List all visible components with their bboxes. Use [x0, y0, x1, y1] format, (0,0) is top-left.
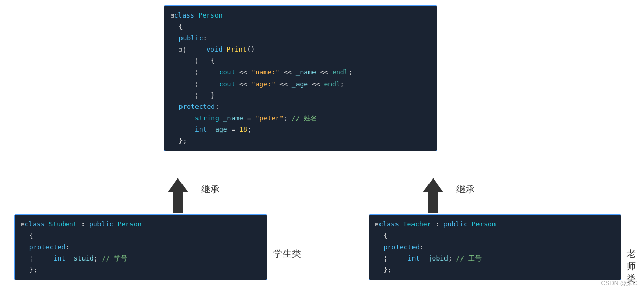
- left-inherit-arrow: [168, 178, 188, 213]
- teacher-class-block: ⊟class Teacher : public Person { protect…: [369, 214, 621, 280]
- inherit-label-right: 继承: [456, 183, 475, 196]
- student-class-block: ⊟class Student : public Person { protect…: [14, 214, 267, 280]
- person-class-block: ⊟class Person { public: ⊟¦ void Print() …: [164, 5, 437, 151]
- inherit-label-left: 继承: [201, 183, 220, 196]
- student-class-label: 学生类: [273, 248, 301, 260]
- right-inherit-arrow: [423, 178, 443, 213]
- watermark: CSDN @朱C.: [601, 279, 639, 288]
